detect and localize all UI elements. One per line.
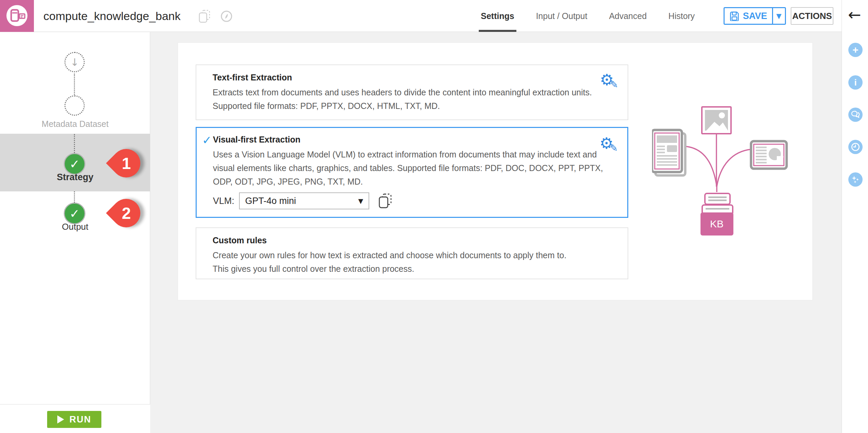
knowledge-bank-illustration: KB [652, 101, 803, 242]
caret-down-icon: ▼ [358, 197, 363, 205]
info-icon: i [854, 78, 856, 87]
kb-label: KB [710, 218, 724, 229]
selected-check-icon: ✓ [202, 133, 212, 147]
play-icon [57, 415, 64, 423]
image-illustration [702, 107, 731, 134]
tab-advanced[interactable]: Advanced [609, 0, 647, 32]
vlm-row: VLM: GPT-4o mini ▼ [213, 192, 611, 209]
strategy-card-text-first[interactable]: Text-first Extraction Extracts text from… [196, 64, 628, 120]
run-footer: RUN [0, 404, 150, 433]
text-first-settings-button[interactable]: ⚙ ✎ [600, 73, 617, 90]
visual-first-settings-button[interactable]: ⚙ ✎ [599, 136, 617, 154]
flow-connector [74, 74, 75, 95]
pencil-icon: ✎ [610, 79, 618, 90]
node-strategy[interactable]: ✓ [64, 153, 85, 175]
down-arrow-icon: ↓ [70, 56, 79, 68]
vlm-label: VLM: [213, 196, 234, 206]
card-title: Text-first Extraction [213, 72, 611, 83]
save-label: SAVE [743, 11, 767, 21]
card-description: Uses a Vision Language Model (VLM) to ex… [213, 148, 611, 188]
check-icon: ✓ [70, 207, 80, 221]
settings-content: Text-first Extraction Extracts text from… [151, 32, 842, 433]
collapse-panel-arrow[interactable]: ← [848, 5, 861, 24]
plus-icon: + [852, 45, 859, 55]
card-description: Create your own rules for how text is ex… [213, 248, 579, 276]
save-button[interactable]: SAVE ▼ [724, 7, 786, 25]
vlm-select[interactable]: GPT-4o mini ▼ [239, 192, 369, 209]
card-formats: Supported file formats: PDF, PPTX, DOCX,… [213, 99, 611, 113]
sparkles-icon [851, 175, 860, 184]
actions-button[interactable]: ACTIONS [791, 7, 833, 25]
node-input-dataset[interactable]: ↓ [64, 52, 85, 72]
right-toolbar: ← + i [842, 0, 868, 433]
node-label-metadata-dataset[interactable]: Metadata Dataset [0, 119, 150, 129]
pencil-icon: ✎ [610, 143, 618, 154]
recipe-flow-sidebar: ↓ Metadata Dataset ✓ Strategy 1 ✓ Output… [0, 32, 150, 433]
extraction-settings-panel: Text-first Extraction Extracts text from… [178, 42, 813, 300]
run-label: RUN [70, 414, 92, 425]
check-icon: ✓ [70, 157, 80, 171]
schedule-icon[interactable] [220, 10, 233, 22]
tab-input-output[interactable]: Input / Output [536, 0, 588, 32]
details-button[interactable]: i [848, 75, 863, 90]
node-output[interactable]: ✓ [64, 203, 85, 224]
slide-illustration [751, 141, 787, 169]
knowledge-bank-recipe-icon [0, 0, 34, 32]
tab-history[interactable]: History [668, 0, 695, 32]
card-title: Visual-first Extraction [213, 134, 611, 145]
clock-icon [851, 143, 860, 151]
recipe-logo [0, 0, 34, 32]
timeline-button[interactable] [848, 140, 863, 154]
assistant-button[interactable] [848, 172, 863, 187]
chat-bubbles-icon [851, 111, 860, 119]
copy-icon[interactable] [198, 10, 211, 23]
card-title: Custom rules [213, 235, 611, 246]
copy-icon [378, 193, 392, 209]
flow-connector [74, 191, 75, 203]
document-illustration [652, 130, 685, 175]
add-button[interactable]: + [848, 43, 863, 57]
strategy-card-visual-first[interactable]: ✓ Visual-first Extraction Uses a Vision … [196, 127, 628, 218]
flow-connector [74, 134, 75, 153]
page-title: compute_knowledge_bank [43, 0, 181, 32]
run-button[interactable]: RUN [47, 411, 101, 428]
save-dropdown-caret[interactable]: ▼ [772, 8, 785, 24]
card-description: Extracts text from documents and uses he… [213, 86, 611, 99]
discussions-button[interactable] [848, 108, 863, 122]
strategy-card-custom-rules[interactable]: Custom rules Create your own rules for h… [196, 227, 628, 279]
vlm-copy-button[interactable] [378, 193, 392, 209]
top-header: compute_knowledge_bank Settings Input / … [0, 0, 842, 32]
tab-settings[interactable]: Settings [481, 0, 514, 32]
tab-bar: Settings Input / Output Advanced History [481, 0, 695, 32]
caret-down-icon: ▼ [776, 12, 782, 20]
vlm-selected-value: GPT-4o mini [245, 196, 296, 206]
floppy-save-icon [729, 11, 739, 21]
kb-illustration: KB [701, 193, 733, 236]
node-metadata-dataset[interactable] [64, 95, 85, 116]
